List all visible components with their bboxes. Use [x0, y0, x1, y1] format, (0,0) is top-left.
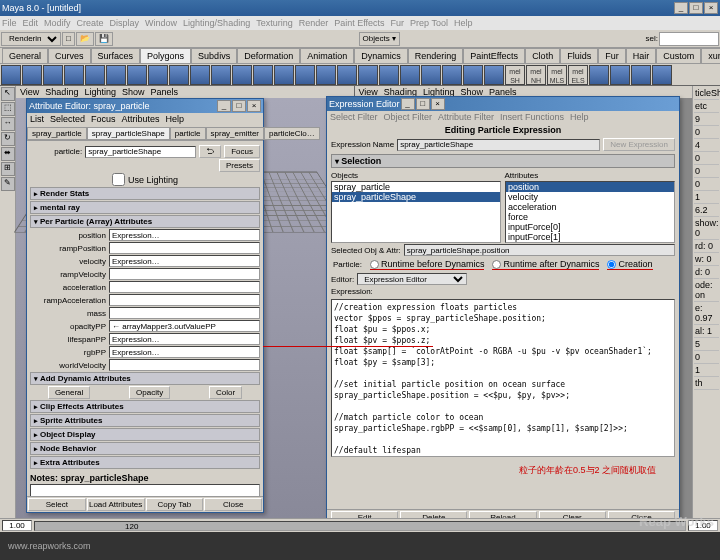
shelf-icon[interactable] — [589, 65, 609, 85]
menu-render[interactable]: Render — [299, 18, 329, 28]
editor-dropdown[interactable]: Expression Editor — [357, 273, 467, 285]
ae-node-tab[interactable]: spray_particle — [27, 127, 87, 140]
menu-lighting/shading[interactable]: Lighting/Shading — [183, 18, 250, 28]
shelf-tab-curves[interactable]: Curves — [48, 48, 91, 63]
menu-edit[interactable]: Edit — [23, 18, 39, 28]
tool-icon[interactable]: ✎ — [1, 177, 15, 191]
channel-box[interactable]: ticleShapeetc90400016.2show: 0rd: 0w: 0d… — [692, 86, 720, 532]
shelf-tab-surfaces[interactable]: Surfaces — [91, 48, 141, 63]
viewport-menu-item[interactable]: Show — [122, 87, 145, 97]
radio-after-dynamics[interactable]: Runtime after Dynamics — [492, 259, 599, 270]
shelf-icon[interactable] — [190, 65, 210, 85]
file-save-icon[interactable]: 💾 — [95, 32, 113, 46]
ae-load-attributes-button[interactable]: Load Attributes — [87, 498, 145, 511]
shelf-icon[interactable] — [610, 65, 630, 85]
go-button[interactable]: ⮌ — [199, 145, 221, 158]
channel-value[interactable]: e: 0.97 — [694, 302, 719, 325]
shelf-icon[interactable] — [442, 65, 462, 85]
ae-node-tab[interactable]: spray_particleShape — [87, 127, 170, 140]
expression-code-field[interactable]: //creation expression floats particles v… — [331, 299, 675, 457]
attr-field[interactable] — [109, 346, 260, 358]
radio-creation[interactable]: Creation — [607, 259, 652, 270]
shelf-icon[interactable] — [379, 65, 399, 85]
tool-icon[interactable]: ↔ — [1, 117, 15, 131]
menu-window[interactable]: Window — [145, 18, 177, 28]
expression-editor-titlebar[interactable]: Expression Editor _ □ × — [327, 97, 679, 111]
minimize-button[interactable]: _ — [674, 2, 688, 14]
general-button[interactable]: General — [48, 386, 90, 399]
viewport-menu-item[interactable]: Lighting — [84, 87, 116, 97]
attribute-list-item[interactable]: inputForce[0] — [506, 222, 674, 232]
channel-value[interactable]: 0 — [694, 178, 719, 191]
ae-menu-item[interactable]: Focus — [91, 114, 116, 124]
menu-texturing[interactable]: Texturing — [256, 18, 293, 28]
shelf-icon[interactable] — [358, 65, 378, 85]
particle-name-field[interactable] — [85, 146, 196, 158]
shelf-icon[interactable] — [463, 65, 483, 85]
radio-before-dynamics[interactable]: Runtime before Dynamics — [370, 259, 485, 270]
section-node-behavior[interactable]: Node Behavior — [30, 442, 260, 455]
maximize-button[interactable]: □ — [689, 2, 703, 14]
channel-value[interactable]: th — [694, 377, 719, 390]
channel-value[interactable]: 1 — [694, 364, 719, 377]
time-slider[interactable]: 1.00 120 1.00 — [0, 518, 720, 532]
channel-value[interactable]: 0 — [694, 351, 719, 364]
ae-maximize-button[interactable]: □ — [232, 100, 246, 112]
ae-menu-item[interactable]: List — [30, 114, 44, 124]
attr-field[interactable] — [109, 320, 260, 332]
attr-field[interactable] — [109, 229, 260, 241]
channel-value[interactable]: 0 — [694, 165, 719, 178]
shelf-icon[interactable] — [127, 65, 147, 85]
new-expression-button[interactable]: New Expression — [603, 138, 675, 151]
attribute-list-item[interactable]: velocity — [506, 192, 674, 202]
shelf-tab-general[interactable]: General — [2, 48, 48, 63]
section-clip-effects[interactable]: Clip Effects Attributes — [30, 400, 260, 413]
ae-close-button[interactable]: Close — [204, 498, 262, 511]
ae-node-tab[interactable]: particle — [170, 127, 206, 140]
viewport-menu-item[interactable]: Shading — [45, 87, 78, 97]
ee-menu-item[interactable]: Insert Functions — [500, 112, 564, 122]
attr-field[interactable] — [109, 294, 260, 306]
focus-button[interactable]: Focus — [224, 145, 260, 158]
channel-value[interactable]: rd: 0 — [694, 240, 719, 253]
ae-copy-tab-button[interactable]: Copy Tab — [146, 498, 204, 511]
ae-menu-item[interactable]: Help — [166, 114, 185, 124]
channel-value[interactable]: etc — [694, 100, 719, 113]
ae-node-tab[interactable]: particleClo… — [264, 127, 320, 140]
shelf-tab-deformation[interactable]: Deformation — [237, 48, 300, 63]
expression-name-field[interactable] — [397, 139, 600, 151]
ee-menu-item[interactable]: Object Filter — [384, 112, 433, 122]
shelf-tab-animation[interactable]: Animation — [300, 48, 354, 63]
shelf-icon[interactable] — [421, 65, 441, 85]
shelf-icon[interactable] — [337, 65, 357, 85]
menu-prep tool[interactable]: Prep Tool — [410, 18, 448, 28]
attr-field[interactable] — [109, 255, 260, 267]
menu-modify[interactable]: Modify — [44, 18, 71, 28]
ae-select-button[interactable]: Select — [28, 498, 86, 511]
ee-menu-item[interactable]: Select Filter — [330, 112, 378, 122]
selection-header[interactable]: ▾ Selection — [331, 154, 675, 168]
channel-value[interactable]: ode: on — [694, 279, 719, 302]
attr-field[interactable] — [109, 281, 260, 293]
shelf-icon[interactable] — [274, 65, 294, 85]
shelf-tab-fur[interactable]: Fur — [598, 48, 626, 63]
shelf-icon[interactable] — [400, 65, 420, 85]
shelf-tab-polygons[interactable]: Polygons — [140, 48, 191, 63]
ae-minimize-button[interactable]: _ — [217, 100, 231, 112]
menu-create[interactable]: Create — [77, 18, 104, 28]
shelf-icon[interactable] — [148, 65, 168, 85]
shelf-tab-cloth[interactable]: Cloth — [525, 48, 560, 63]
objects-list[interactable]: spray_particlespray_particleShape — [331, 181, 501, 243]
shelf-tab-xun[interactable]: xun — [701, 48, 720, 63]
tool-icon[interactable]: ⬌ — [1, 147, 15, 161]
section-object-display[interactable]: Object Display — [30, 428, 260, 441]
tool-icon[interactable]: ↻ — [1, 132, 15, 146]
shelf-icon[interactable] — [106, 65, 126, 85]
channel-value[interactable]: al: 1 — [694, 325, 719, 338]
shelf-mel-icon[interactable]: mel NH — [526, 65, 546, 85]
menu-help[interactable]: Help — [454, 18, 473, 28]
channel-value[interactable]: 6.2 — [694, 204, 719, 217]
object-list-item[interactable]: spray_particleShape — [332, 192, 500, 202]
shelf-tab-custom[interactable]: Custom — [656, 48, 701, 63]
section-sprite[interactable]: Sprite Attributes — [30, 414, 260, 427]
